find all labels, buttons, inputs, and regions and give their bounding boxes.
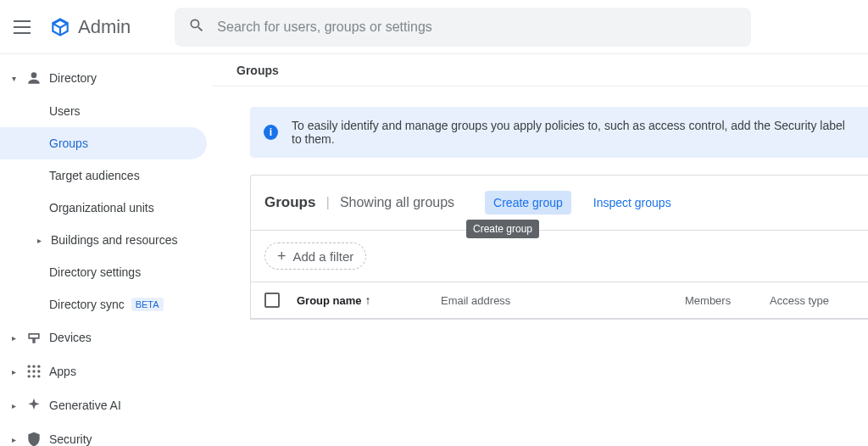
table-header: Group name ↑ Email address Members Acces… [251,282,868,319]
panel-title: Groups [264,194,315,211]
add-filter-label: Add a filter [293,249,354,264]
sidebar-label: Security [49,432,92,446]
sidebar-item-directory-settings[interactable]: Directory settings [0,256,212,288]
title-separator: | [326,194,329,211]
sidebar-item-apps[interactable]: Apps [0,354,212,388]
chevron-down-icon [8,74,19,83]
sidebar: Directory Users Groups Target audiences … [0,54,212,446]
sidebar-item-security[interactable]: Security [0,422,212,446]
info-banner-text: To easily identify and manage groups you… [292,119,858,146]
column-email[interactable]: Email address [441,294,653,307]
search-box[interactable] [175,8,751,47]
sidebar-label: Buildings and resources [51,233,177,247]
sidebar-label: Directory sync [49,298,125,311]
svg-point-1 [32,365,35,368]
sidebar-item-directory[interactable]: Directory [0,61,212,95]
apps-grid-icon [25,363,42,380]
svg-point-2 [37,365,40,368]
chevron-right-icon [8,435,19,444]
sidebar-label: Directory [49,71,97,85]
panel-subtitle: Showing all groups [340,195,454,210]
hamburger-menu-icon[interactable] [14,17,34,37]
groups-panel: Groups | Showing all groups Create group… [250,175,868,320]
shield-icon [25,431,42,446]
create-group-tooltip: Create group [466,220,539,238]
search-icon [188,17,205,36]
sidebar-label: Apps [49,365,76,378]
person-icon [25,70,42,86]
svg-point-6 [28,375,31,377]
info-icon: i [264,125,278,140]
svg-point-7 [32,375,35,377]
breadcrumb: Groups [213,54,868,86]
sidebar-item-buildings[interactable]: Buildings and resources [0,224,212,256]
sidebar-item-users[interactable]: Users [0,95,212,127]
panel-header: Groups | Showing all groups Create group… [251,176,868,231]
chevron-right-icon [8,333,19,343]
app-name: Admin [78,16,131,38]
select-all-checkbox[interactable] [264,293,280,308]
sidebar-item-target-audiences[interactable]: Target audiences [0,159,212,192]
inspect-groups-button[interactable]: Inspect groups [585,191,680,215]
svg-point-5 [37,370,40,372]
sidebar-label: Devices [49,331,92,344]
svg-point-8 [37,375,40,377]
chevron-right-icon [37,236,46,245]
sparkle-icon [25,397,42,414]
sidebar-item-generative-ai[interactable]: Generative AI [0,388,212,422]
admin-logo-icon [49,16,71,38]
app-logo[interactable]: Admin [49,16,131,38]
plus-icon: + [277,248,287,264]
sort-ascending-icon: ↑ [365,293,371,307]
devices-icon [25,329,42,346]
beta-badge: BETA [131,298,164,311]
svg-point-3 [28,370,31,372]
chevron-right-icon [8,367,19,376]
sidebar-label: Generative AI [49,399,121,412]
svg-point-0 [28,365,31,368]
sidebar-item-devices[interactable]: Devices [0,321,212,354]
column-members[interactable]: Members [685,294,753,307]
search-input[interactable] [217,20,737,35]
sidebar-item-directory-sync[interactable]: Directory sync BETA [0,288,212,321]
column-access-type[interactable]: Access type [770,294,854,307]
create-group-button[interactable]: Create group [485,191,571,215]
add-filter-chip[interactable]: + Add a filter [264,243,366,270]
sidebar-item-organizational-units[interactable]: Organizational units [0,192,212,224]
info-banner: i To easily identify and manage groups y… [250,107,868,158]
column-group-name[interactable]: Group name ↑ [297,293,424,307]
chevron-right-icon [8,401,19,410]
svg-point-4 [32,370,35,372]
sidebar-item-groups[interactable]: Groups [0,127,207,159]
